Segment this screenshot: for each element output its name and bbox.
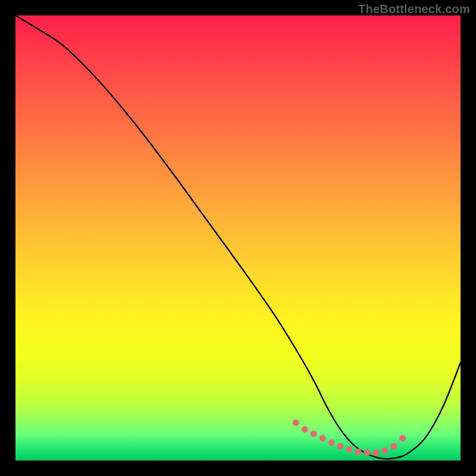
bottleneck-curve [15,15,461,459]
marker-dot [399,435,406,441]
marker-dot [346,446,353,453]
marker-dot [302,426,308,433]
marker-dot [320,435,326,441]
watermark-text: TheBottleneck.com [358,2,470,16]
marker-dot [328,440,335,446]
marker-dot [311,431,317,437]
marker-dot [372,449,379,456]
marker-dot [293,419,299,426]
chart-frame: TheBottleneck.com [0,0,476,476]
chart-svg [15,15,461,461]
plot-area [15,15,461,461]
marker-dot [355,449,361,455]
marker-dot [337,443,344,450]
highlighted-region-markers [293,419,406,456]
marker-dot [390,443,397,450]
marker-dot [381,447,388,454]
marker-dot [364,449,370,456]
